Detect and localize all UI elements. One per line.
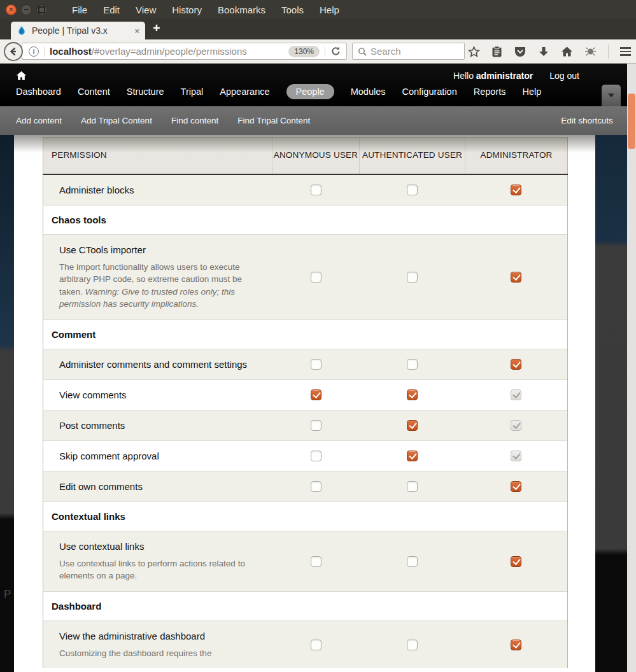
permissions-overlay: PERMISSION ANONYMOUS USER AUTHENTICATED … (14, 135, 595, 672)
permission-row-view-the-administrative-dashboard: View the administrative dashboardCustomi… (43, 620, 568, 668)
permission-checkbox-anonymous[interactable] (311, 359, 322, 370)
chevron-down-icon (608, 94, 614, 97)
permission-checkbox-authenticated[interactable] (407, 640, 418, 650)
checkbox-cell (465, 471, 568, 501)
admin-menu: DashboardContentStructureTripalAppearanc… (0, 84, 627, 99)
url-bar[interactable]: i localhost/#overlay=admin/people/permis… (22, 43, 347, 60)
permission-checkbox-authenticated[interactable] (407, 389, 418, 400)
table-header-row: PERMISSION ANONYMOUS USER AUTHENTICATED … (43, 137, 568, 174)
permission-checkbox-anonymous[interactable] (311, 389, 322, 400)
menubar-item-tools[interactable]: Tools (281, 4, 304, 15)
addon-icon[interactable] (584, 46, 597, 57)
shortcut-find-content[interactable]: Find content (171, 116, 218, 125)
menu-icon[interactable] (620, 47, 631, 56)
zoom-level-badge[interactable]: 130% (288, 46, 320, 57)
menubar-item-bookmarks[interactable]: Bookmarks (218, 4, 265, 15)
permission-checkbox-administrator (511, 389, 521, 400)
admin-tab-appearance[interactable]: Appearance (220, 84, 269, 99)
bookmark-star-icon[interactable] (468, 46, 480, 58)
permission-checkbox-authenticated[interactable] (407, 556, 418, 567)
search-box[interactable] (352, 43, 465, 60)
permission-checkbox-administrator[interactable] (511, 272, 521, 283)
back-button[interactable] (4, 42, 23, 61)
checkbox-cell (465, 531, 568, 591)
permission-row-administer-blocks: Administer blocks (43, 174, 568, 206)
permission-checkbox-administrator[interactable] (511, 481, 521, 492)
permission-checkbox-authenticated[interactable] (407, 481, 418, 492)
logout-link[interactable]: Log out (549, 71, 579, 81)
checkbox-cell (465, 234, 568, 319)
permission-checkbox-administrator[interactable] (511, 185, 521, 195)
edit-shortcuts-link[interactable]: Edit shortcuts (561, 116, 613, 125)
permission-checkbox-anonymous[interactable] (311, 640, 322, 650)
toolbar-toggle-button[interactable] (602, 85, 621, 106)
checkbox-cell (465, 349, 568, 379)
permission-checkbox-authenticated[interactable] (407, 420, 418, 431)
tab-people-tripal[interactable]: People | Tripal v3.x × (11, 22, 145, 39)
permission-name: Administer blocks (59, 184, 250, 196)
admin-tab-dashboard[interactable]: Dashboard (16, 84, 61, 99)
shortcut-find-tripal-content[interactable]: Find Tripal Content (237, 116, 310, 125)
scrollbar-track[interactable] (627, 64, 636, 672)
checkbox-cell (272, 174, 360, 206)
permission-checkbox-authenticated[interactable] (407, 359, 418, 370)
permission-checkbox-anonymous[interactable] (311, 481, 322, 492)
checkbox-cell (360, 531, 465, 591)
menubar-item-file[interactable]: File (72, 4, 87, 15)
permission-checkbox-anonymous[interactable] (311, 556, 322, 567)
browser-menubar: FileEditViewHistoryBookmarksToolsHelp (72, 4, 339, 15)
tab-close-icon[interactable]: × (134, 26, 139, 36)
permission-checkbox-administrator[interactable] (511, 359, 521, 370)
permission-checkbox-anonymous[interactable] (311, 420, 322, 431)
permission-row-post-comments: Post comments (43, 410, 568, 440)
window-controls (6, 4, 47, 15)
permission-checkbox-authenticated[interactable] (407, 451, 418, 461)
tab-title: People | Tripal v3.x (32, 25, 134, 36)
urlbar-divider (44, 46, 45, 57)
search-input[interactable] (371, 46, 453, 57)
bookmarks-menu-icon[interactable] (491, 46, 502, 58)
scrollbar-thumb[interactable] (628, 94, 635, 149)
menubar-item-edit[interactable]: Edit (103, 4, 120, 15)
admin-home-icon[interactable] (16, 71, 27, 81)
url-text[interactable]: localhost/#overlay=admin/people/permissi… (50, 46, 288, 57)
menubar-item-view[interactable]: View (136, 4, 156, 15)
column-header-authenticated-user: AUTHENTICATED USER (360, 137, 465, 174)
permission-description: The import functionality allows users to… (59, 261, 248, 311)
admin-tab-tripal[interactable]: Tripal (181, 84, 204, 99)
admin-tab-modules[interactable]: Modules (351, 84, 386, 99)
admin-tab-content[interactable]: Content (78, 84, 110, 99)
checkbox-cell (360, 620, 465, 668)
reload-icon[interactable] (330, 46, 341, 57)
admin-tab-configuration[interactable]: Configuration (402, 84, 456, 99)
permission-name: Post comments (59, 419, 250, 431)
permission-checkbox-administrator[interactable] (511, 556, 521, 567)
permission-checkbox-anonymous[interactable] (311, 272, 322, 283)
menubar-item-history[interactable]: History (172, 4, 202, 15)
menubar-item-help[interactable]: Help (320, 4, 339, 15)
window-minimize-icon[interactable] (21, 4, 32, 15)
window-close-icon[interactable] (6, 4, 17, 15)
shortcut-add-tripal-content[interactable]: Add Tripal Content (81, 116, 152, 125)
permission-checkbox-anonymous[interactable] (311, 185, 322, 195)
admin-tab-people[interactable]: People (286, 84, 334, 99)
shortcut-add-content[interactable]: Add content (16, 116, 62, 125)
page-viewport: P PERMISSION ANONYMOUS USER AUTHENTICATE… (0, 135, 636, 672)
window-maximize-icon[interactable] (36, 4, 47, 15)
pocket-icon[interactable] (514, 46, 526, 58)
checkbox-cell (272, 349, 360, 379)
permission-row-administer-comments-and-comment-settings: Administer comments and comment settings (43, 349, 568, 379)
permission-name: Skip comment approval (59, 450, 250, 462)
downloads-icon[interactable] (538, 46, 549, 58)
permission-checkbox-authenticated[interactable] (407, 185, 418, 195)
permission-checkbox-anonymous[interactable] (311, 451, 322, 461)
admin-tab-reports[interactable]: Reports (474, 84, 506, 99)
admin-tab-help[interactable]: Help (523, 84, 542, 99)
site-info-icon[interactable]: i (29, 46, 39, 57)
checkbox-cell (465, 620, 568, 668)
permission-checkbox-authenticated[interactable] (407, 272, 418, 283)
permission-checkbox-administrator[interactable] (511, 640, 521, 650)
home-icon[interactable] (561, 46, 573, 57)
new-tab-button[interactable]: + (153, 21, 160, 36)
admin-tab-structure[interactable]: Structure (127, 84, 164, 99)
